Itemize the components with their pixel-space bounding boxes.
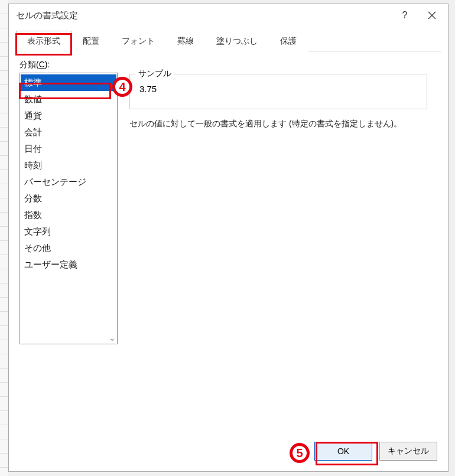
dialog-title: セルの書式設定 [16, 10, 391, 21]
format-cells-dialog: セルの書式設定 ? 表示形式 配置 フォント 罫線 塗りつぶし 保護 分類(C)… [8, 4, 448, 472]
category-listbox[interactable]: 標準 数値 通貨 会計 日付 時刻 パーセンテージ 分数 指数 文字列 その他 … [20, 73, 118, 344]
tab-border[interactable]: 罫線 [166, 31, 205, 51]
tab-label: フォント [122, 36, 155, 45]
format-description: セルの値に対して一般の書式を適用します (特定の書式を指定しません)。 [129, 119, 437, 129]
sample-area: サンプル 3.75 セルの値に対して一般の書式を適用します (特定の書式を指定し… [129, 73, 437, 344]
chevron-down-icon: ⌄ [109, 333, 116, 343]
tab-number-format[interactable]: 表示形式 [16, 31, 72, 51]
category-label: 分類(C): [20, 60, 437, 70]
tab-label: 表示形式 [27, 36, 60, 45]
dialog-buttons: OK キャンセル [9, 434, 448, 471]
list-item[interactable]: ユーザー定義 [21, 256, 116, 273]
ok-button[interactable]: OK [314, 442, 372, 461]
close-icon [428, 11, 436, 19]
list-item[interactable]: 標準 [21, 74, 116, 91]
titlebar: セルの書式設定 ? [9, 4, 448, 27]
tab-label: 保護 [280, 36, 297, 45]
sample-value: 3.75 [130, 74, 427, 94]
background-spreadsheet-strip [0, 0, 8, 476]
list-item[interactable]: 数値 [21, 91, 116, 107]
tab-label: 罫線 [177, 36, 194, 45]
close-button[interactable] [418, 6, 446, 25]
tab-fill[interactable]: 塗りつぶし [205, 31, 269, 51]
list-item[interactable]: 分数 [21, 190, 116, 207]
tab-label: 配置 [83, 36, 99, 45]
list-item[interactable]: パーセンテージ [21, 174, 116, 190]
tab-protection[interactable]: 保護 [269, 31, 308, 51]
tabstrip: 表示形式 配置 フォント 罫線 塗りつぶし 保護 [16, 30, 441, 51]
list-item[interactable]: 通貨 [21, 107, 116, 124]
sample-label: サンプル [136, 69, 174, 79]
button-label: キャンセル [388, 446, 429, 457]
cancel-button[interactable]: キャンセル [379, 442, 437, 461]
list-item[interactable]: 指数 [21, 207, 116, 223]
list-item[interactable]: その他 [21, 240, 116, 256]
list-item[interactable]: 日付 [21, 141, 116, 157]
dialog-content: 表示形式 配置 フォント 罫線 塗りつぶし 保護 分類(C): 標準 数値 通貨… [9, 27, 448, 434]
help-button[interactable]: ? [391, 6, 418, 25]
tab-panel-number-format: 分類(C): 標準 数値 通貨 会計 日付 時刻 パーセンテージ 分数 指数 文… [16, 51, 441, 419]
list-item[interactable]: 会計 [21, 124, 116, 141]
sample-box: サンプル 3.75 [129, 74, 427, 109]
tab-label: 塗りつぶし [216, 36, 258, 45]
list-item[interactable]: 時刻 [21, 157, 116, 174]
button-label: OK [337, 446, 349, 456]
tab-font[interactable]: フォント [110, 31, 166, 51]
tab-alignment[interactable]: 配置 [72, 31, 110, 51]
list-item[interactable]: 文字列 [21, 223, 116, 240]
